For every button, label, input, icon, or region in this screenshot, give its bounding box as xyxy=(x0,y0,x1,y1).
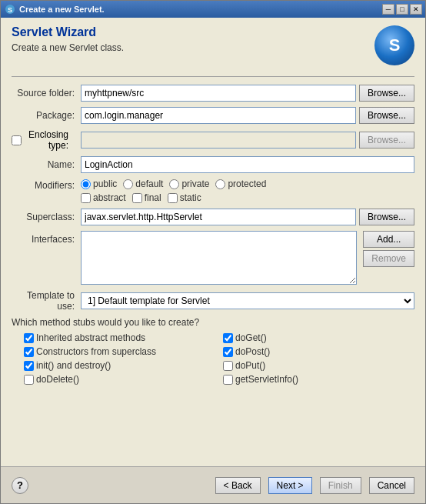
modifiers-label: Modifiers: xyxy=(12,179,81,191)
name-row: Name: xyxy=(12,156,414,173)
wizard-logo: S xyxy=(374,25,414,65)
modifier-protected-radio[interactable] xyxy=(215,179,225,189)
source-folder-browse-button[interactable]: Browse... xyxy=(359,85,414,102)
interfaces-row: Interfaces: Add... Remove xyxy=(12,231,414,285)
stub-dopost-label: doPost() xyxy=(235,346,270,357)
source-folder-input[interactable] xyxy=(81,85,356,102)
title-bar: S Create a new Servlet. ─ □ ✕ xyxy=(1,1,425,18)
stub-inherited-abstract: Inherited abstract methods xyxy=(24,332,215,343)
modifier-abstract-label: abstract xyxy=(93,192,126,203)
cancel-button[interactable]: Cancel xyxy=(369,477,414,494)
svg-text:S: S xyxy=(8,6,12,14)
modifier-private: private xyxy=(169,179,209,189)
maximize-button[interactable]: □ xyxy=(396,4,408,15)
finish-button[interactable]: Finish xyxy=(320,477,361,494)
stub-inherited-abstract-label: Inherited abstract methods xyxy=(36,332,145,343)
modifier-private-label: private xyxy=(181,179,209,189)
stubs-grid: Inherited abstract methods doGet() Const… xyxy=(12,332,414,385)
back-button[interactable]: < Back xyxy=(215,477,261,494)
header-text: Servlet Wizard Create a new Servlet clas… xyxy=(12,25,374,53)
modifier-static-checkbox[interactable] xyxy=(168,193,178,203)
modifier-public-label: public xyxy=(93,179,117,189)
stub-dopost-checkbox[interactable] xyxy=(223,347,233,357)
modifier-public-radio[interactable] xyxy=(81,179,91,189)
superclass-input[interactable] xyxy=(81,209,356,225)
stub-getservletinfo-label: getServletInfo() xyxy=(235,374,298,385)
modifiers-checkbox-group: abstract final static xyxy=(81,192,414,203)
package-browse-button[interactable]: Browse... xyxy=(359,107,414,124)
interfaces-buttons: Add... Remove xyxy=(360,231,414,267)
enclosing-checkbox[interactable] xyxy=(12,135,22,145)
stub-doget-label: doGet() xyxy=(235,332,267,343)
dialog-content: Servlet Wizard Create a new Servlet clas… xyxy=(1,18,425,466)
interfaces-add-button[interactable]: Add... xyxy=(363,231,414,248)
title-bar-buttons: ─ □ ✕ xyxy=(382,4,422,15)
stub-dodelete: doDelete() xyxy=(24,374,215,385)
modifier-default-label: default xyxy=(135,179,163,189)
stub-inherited-abstract-checkbox[interactable] xyxy=(24,333,34,343)
stub-doget: doGet() xyxy=(223,332,414,343)
superclass-label: Superclass: xyxy=(12,212,81,222)
modifier-static-label: static xyxy=(180,192,201,203)
header-divider xyxy=(12,76,414,77)
stub-getservletinfo-checkbox[interactable] xyxy=(223,375,233,385)
name-label: Name: xyxy=(12,159,81,170)
superclass-row: Superclass: Browse... xyxy=(12,209,414,225)
stubs-section: Which method stubs would you like to cre… xyxy=(12,317,414,385)
enclosing-label: Enclosing type: xyxy=(24,129,68,151)
name-input[interactable] xyxy=(81,156,414,173)
form-section: Source folder: Browse... Package: Browse… xyxy=(12,85,414,459)
close-button[interactable]: ✕ xyxy=(410,4,422,15)
template-label: Template to use: xyxy=(12,290,81,312)
template-row: Template to use: 1] Default template for… xyxy=(12,290,414,312)
modifier-abstract-checkbox[interactable] xyxy=(81,193,91,203)
stub-init-destroy: init() and destroy() xyxy=(24,360,215,371)
modifier-default: default xyxy=(123,179,163,189)
modifier-default-radio[interactable] xyxy=(123,179,133,189)
stubs-title: Which method stubs would you like to cre… xyxy=(12,317,414,328)
interfaces-label: Interfaces: xyxy=(12,231,81,245)
modifier-final-label: final xyxy=(145,192,161,203)
source-folder-row: Source folder: Browse... xyxy=(12,85,414,102)
modifier-public: public xyxy=(81,179,117,189)
main-window: S Create a new Servlet. ─ □ ✕ Servlet Wi… xyxy=(0,0,426,504)
source-folder-label: Source folder: xyxy=(12,88,81,98)
stub-dodelete-checkbox[interactable] xyxy=(24,375,34,385)
wizard-title: Servlet Wizard xyxy=(12,25,374,39)
minimize-button[interactable]: ─ xyxy=(382,4,394,15)
stub-doget-checkbox[interactable] xyxy=(223,333,233,343)
modifier-abstract: abstract xyxy=(81,192,126,203)
modifiers-row: Modifiers: public default pr xyxy=(12,179,414,203)
bottom-bar: ? < Back Next > Finish Cancel xyxy=(1,466,425,503)
stub-init-destroy-label: init() and destroy() xyxy=(36,360,111,371)
enclosing-row: Enclosing type: Browse... xyxy=(12,129,414,151)
interfaces-remove-button[interactable]: Remove xyxy=(363,250,414,267)
modifier-protected-label: protected xyxy=(228,179,266,189)
interfaces-input[interactable] xyxy=(81,231,357,285)
help-button[interactable]: ? xyxy=(12,477,28,494)
modifier-private-radio[interactable] xyxy=(169,179,179,189)
stub-init-destroy-checkbox[interactable] xyxy=(24,361,34,371)
modifiers-options: public default private protected xyxy=(81,179,414,203)
package-input[interactable] xyxy=(81,107,356,124)
stub-getservletinfo: getServletInfo() xyxy=(223,374,414,385)
package-row: Package: Browse... xyxy=(12,107,414,124)
stub-doput-checkbox[interactable] xyxy=(223,361,233,371)
stub-constructors-label: Constructors from superclass xyxy=(36,346,156,357)
package-label: Package: xyxy=(12,110,81,121)
window-icon: S xyxy=(4,3,16,15)
modifier-protected: protected xyxy=(215,179,266,189)
template-select[interactable]: 1] Default template for Servlet xyxy=(81,292,414,309)
enclosing-browse-button[interactable]: Browse... xyxy=(359,132,414,149)
next-button[interactable]: Next > xyxy=(268,477,312,494)
stub-constructors: Constructors from superclass xyxy=(24,346,215,357)
enclosing-input[interactable] xyxy=(81,132,356,149)
stub-constructors-checkbox[interactable] xyxy=(24,347,34,357)
modifier-final-checkbox[interactable] xyxy=(132,193,142,203)
stub-dopost: doPost() xyxy=(223,346,414,357)
header-section: Servlet Wizard Create a new Servlet clas… xyxy=(12,25,414,65)
stub-dodelete-label: doDelete() xyxy=(36,374,79,385)
stub-doput-label: doPut() xyxy=(235,360,265,371)
enclosing-checkbox-wrap: Enclosing type: xyxy=(12,129,81,151)
superclass-browse-button[interactable]: Browse... xyxy=(359,209,414,225)
